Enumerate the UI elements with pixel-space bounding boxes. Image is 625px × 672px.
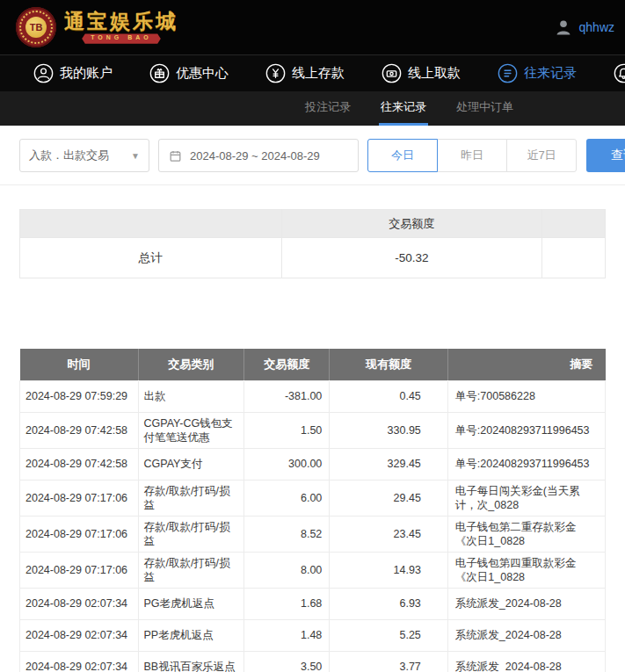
table-row: 2024-08-29 07:17:06存款/取款/打码/损益8.0014.93电…: [20, 552, 606, 588]
cell-amount: -381.00: [244, 380, 330, 412]
cell-amount: 6.00: [244, 480, 330, 516]
logo-tb-badge: TB: [25, 17, 47, 38]
cell-type: PP老虎机返点: [138, 619, 244, 651]
bell-icon: [614, 63, 625, 83]
nav-item-label: 优惠中心: [176, 65, 229, 82]
quick-today-button[interactable]: 今日: [367, 139, 438, 172]
summary-head-spacer-right: [542, 210, 606, 238]
cell-amount: 1.50: [244, 412, 330, 448]
col-header-summary: 摘要: [447, 349, 605, 380]
logo-text: 通宝娱乐城 TONG BAO: [64, 11, 178, 44]
cell-summary: 电子钱包第四重取款彩金《次日1_0828: [447, 552, 605, 588]
gift-icon: [149, 63, 170, 83]
cell-time: 2024-08-29 02:07:34: [20, 619, 139, 651]
sub-nav: 投注记录往来记录处理中订单: [0, 91, 625, 126]
cell-amount: 8.00: [244, 552, 330, 588]
tab-processing-orders[interactable]: 处理中订单: [454, 91, 515, 126]
nav-item-label: 我的账户: [60, 65, 113, 82]
table-row: 2024-08-29 07:42:58CGPAY支付300.00329.45单号…: [20, 448, 606, 480]
cell-amount: 1.68: [244, 588, 330, 619]
cell-summary: 单号:202408293711996453: [447, 412, 605, 448]
cell-amount: 3.50: [244, 651, 330, 672]
cell-balance: 14.93: [330, 552, 448, 588]
site-logo[interactable]: TB 通宝娱乐城 TONG BAO: [16, 7, 178, 47]
search-button[interactable]: 查询: [586, 139, 625, 172]
quick-yesterday-button[interactable]: 昨日: [437, 139, 507, 172]
cell-summary: 单号:700586228: [447, 380, 605, 412]
nav-item-records[interactable]: 往来记录: [498, 63, 577, 83]
top-header: TB 通宝娱乐城 TONG BAO qhhwz: [0, 0, 625, 54]
cell-time: 2024-08-29 07:17:06: [20, 480, 139, 516]
summary-total-value: -50.32: [281, 238, 541, 278]
cell-summary: 电子钱包第二重存款彩金《次日1_0828: [447, 516, 605, 552]
username[interactable]: qhhwz: [579, 20, 614, 34]
cell-balance: 5.25: [330, 619, 448, 651]
cell-type: CGPAY-CG钱包支付笔笔送优惠: [138, 412, 244, 448]
cell-amount: 300.00: [244, 448, 330, 480]
cell-time: 2024-08-29 07:17:06: [20, 516, 139, 552]
quick-last7days-button[interactable]: 近7日: [506, 139, 577, 172]
logo-subtitle: TONG BAO: [82, 33, 161, 43]
cell-balance: 330.95: [330, 412, 448, 448]
cell-time: 2024-08-29 07:42:58: [20, 412, 139, 448]
cell-type: PG老虎机返点: [138, 588, 244, 619]
nav-item-withdraw[interactable]: 线上取款: [382, 63, 461, 83]
table-row: 2024-08-29 07:42:58CGPAY-CG钱包支付笔笔送优惠1.50…: [20, 412, 606, 448]
cell-type: CGPAY支付: [138, 448, 244, 480]
logo-name: 通宝娱乐城: [64, 11, 178, 32]
table-row: 2024-08-29 07:59:29出款-381.000.45单号:70058…: [20, 380, 606, 412]
nav-item-notice[interactable]: 个: [614, 63, 625, 83]
table-row: 2024-08-29 07:17:06存款/取款/打码/损益6.0029.45电…: [20, 480, 606, 516]
cell-type: BB视讯百家乐返点: [138, 651, 244, 672]
cell-time: 2024-08-29 02:07:34: [20, 651, 139, 672]
cell-balance: 23.45: [330, 516, 448, 552]
col-header-balance: 现有额度: [330, 349, 448, 380]
summary-section: 交易额度 总计 -50.32: [19, 209, 606, 278]
chevron-down-icon: ▼: [131, 151, 140, 161]
cell-balance: 6.93: [330, 588, 448, 619]
col-header-type: 交易类别: [138, 349, 244, 380]
calendar-icon: [169, 149, 182, 163]
cell-amount: 1.48: [244, 619, 330, 651]
nav-item-deposit[interactable]: 线上存款: [265, 63, 345, 83]
records-header-row: 时间交易类别交易额度现有额度摘要: [20, 349, 606, 380]
tab-transaction-records[interactable]: 往来记录: [379, 91, 428, 126]
transaction-type-select[interactable]: 入款．出款交易 ▼: [19, 139, 149, 172]
records-icon: [498, 63, 518, 83]
cell-time: 2024-08-29 07:59:29: [20, 380, 139, 412]
cell-summary: 电子每日闯关彩金(当天累计，次_0828: [447, 480, 605, 516]
date-range-value: 2024-08-29 ~ 2024-08-29: [190, 149, 320, 163]
summary-amount-header: 交易额度: [281, 210, 541, 238]
cell-summary: 系统派发_2024-08-28: [447, 651, 605, 672]
logo-chip-icon: TB: [16, 7, 56, 47]
nav-item-label: 往来记录: [524, 65, 577, 82]
withdraw-icon: [382, 63, 402, 83]
nav-item-account[interactable]: 我的账户: [33, 63, 113, 83]
main-nav: 我的账户优惠中心线上存款线上取款往来记录个: [0, 54, 625, 91]
cell-type: 存款/取款/打码/损益: [138, 552, 244, 588]
cell-balance: 29.45: [330, 480, 448, 516]
col-header-time: 时间: [20, 349, 139, 380]
nav-item-label: 线上取款: [408, 65, 461, 82]
cell-time: 2024-08-29 07:17:06: [20, 552, 139, 588]
summary-body-spacer-right: [542, 238, 606, 278]
user-icon: [33, 63, 54, 83]
cell-summary: 系统派发_2024-08-28: [447, 588, 605, 619]
cell-type: 存款/取款/打码/损益: [138, 480, 244, 516]
cell-type: 存款/取款/打码/损益: [138, 516, 244, 552]
tab-betting-records[interactable]: 投注记录: [303, 91, 352, 126]
table-row: 2024-08-29 02:07:34PG老虎机返点1.686.93系统派发_2…: [20, 588, 606, 619]
cell-balance: 0.45: [330, 380, 448, 412]
nav-item-promotions[interactable]: 优惠中心: [149, 63, 229, 83]
cell-time: 2024-08-29 02:07:34: [20, 588, 139, 619]
date-range-input[interactable]: 2024-08-29 ~ 2024-08-29: [158, 139, 359, 172]
table-row: 2024-08-29 02:07:34BB视讯百家乐返点3.503.77系统派发…: [20, 651, 606, 672]
col-header-amount: 交易额度: [244, 349, 330, 380]
deposit-icon: [265, 63, 286, 83]
transaction-type-value: 入款．出款交易: [29, 148, 109, 163]
summary-head-spacer-left: [20, 210, 282, 238]
user-area[interactable]: qhhwz: [553, 17, 614, 38]
cell-amount: 8.52: [244, 516, 330, 552]
table-row: 2024-08-29 02:07:34PP老虎机返点1.485.25系统派发_2…: [20, 619, 606, 651]
filter-bar: 入款．出款交易 ▼ 2024-08-29 ~ 2024-08-29 今日昨日近7…: [0, 126, 625, 185]
